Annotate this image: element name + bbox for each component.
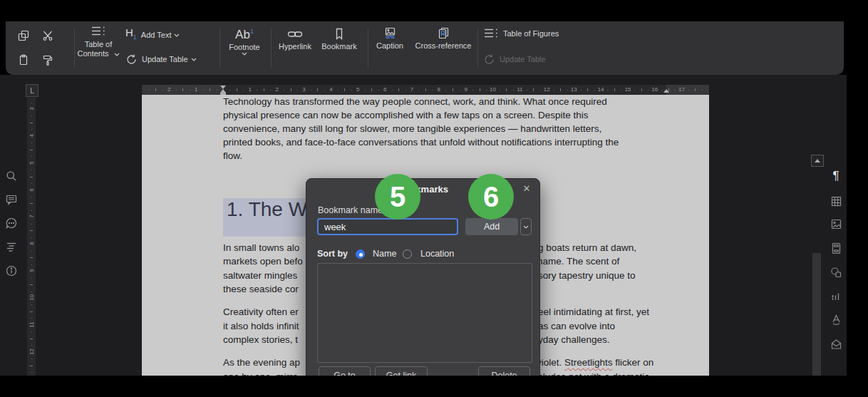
toolbar-divider (219, 29, 220, 68)
add-button[interactable]: Add (465, 218, 518, 235)
copy-icon (18, 30, 29, 41)
cross-reference-icon (438, 27, 450, 39)
ruler-number: 11 (28, 320, 36, 329)
chat-button[interactable] (3, 215, 20, 232)
paragraph-line[interactable]: it also holds infinit (223, 319, 299, 333)
sort-name-label[interactable]: Name (373, 249, 396, 259)
ruler-number: 5 (28, 158, 36, 167)
toolbar-divider (271, 29, 272, 68)
table-settings-tab[interactable] (827, 192, 845, 210)
paragraph-line[interactable]: sory tapestry unique to (538, 269, 636, 282)
chart-settings-tab[interactable] (827, 287, 845, 305)
comments-icon (6, 194, 17, 205)
bottom-frame-bar (0, 376, 868, 397)
sort-location-radio[interactable] (403, 249, 412, 259)
bookmark-icon (334, 28, 345, 40)
paragraph-line[interactable]: printed books, and face-to-face conversa… (223, 135, 619, 149)
chevron-down-icon (242, 52, 247, 56)
ruler-number: 6 (28, 185, 36, 194)
toolbar-divider (477, 29, 478, 68)
paragraph-line[interactable]: Creativity often er (223, 305, 299, 319)
ruler-number: 9 (28, 267, 36, 275)
cut-button[interactable] (38, 26, 57, 45)
paragraph-line[interactable]: yday challenges. (538, 333, 610, 346)
paragraph-line[interactable]: In small towns alo (223, 241, 299, 254)
right-margin-band (666, 85, 709, 95)
paste-button[interactable] (14, 51, 33, 69)
paragraph-line[interactable]: saltwater mingles (223, 269, 297, 282)
app-window: Table of Contents H1 Add Text Update Tab… (0, 0, 868, 397)
caption-icon (384, 27, 396, 39)
sort-name-radio[interactable] (356, 249, 365, 259)
toolbar-divider (74, 29, 75, 68)
chevron-down-icon (174, 33, 180, 37)
paragraph-line[interactable]: as can evolve into (538, 319, 615, 333)
vertical-ruler[interactable]: 3456789101112 (27, 98, 36, 376)
bookmark-name-input[interactable] (317, 218, 458, 235)
footnote-button[interactable]: Ab1 Footnote (222, 26, 267, 73)
paragraph-line[interactable]: violet. Streetlights flicker on (537, 356, 653, 369)
paragraph-line[interactable]: cludes not with a dramatic (538, 370, 649, 376)
table-of-contents-icon (91, 25, 106, 38)
paragraph-line[interactable]: these seaside cor (223, 282, 299, 296)
paragraph-line[interactable]: g boats return at dawn, (538, 241, 636, 254)
paragraph-line[interactable]: Technology has transformed the way peopl… (223, 95, 607, 108)
format-painter-button[interactable] (38, 51, 57, 69)
search-button[interactable] (3, 167, 20, 185)
hyperlink-icon (287, 29, 303, 40)
tab-selector-label: L (30, 87, 34, 95)
paragraph-line[interactable]: complex stories, t (223, 333, 298, 346)
image-settings-tab[interactable] (827, 215, 845, 233)
header-footer-settings-tab[interactable] (827, 239, 845, 257)
text-run: violet. (537, 357, 564, 368)
add-text-button[interactable]: H1 Add Text (125, 26, 204, 44)
ruler-number: 12 (28, 347, 36, 356)
chat-icon (6, 217, 17, 229)
copy-button[interactable] (14, 26, 33, 45)
heading-1[interactable]: 1. The W (227, 202, 307, 216)
bookmark-name-label: Bookmark name (318, 205, 383, 215)
sort-location-label[interactable]: Location (420, 249, 454, 259)
hyperlink-button[interactable]: Hyperlink (275, 27, 315, 68)
text-art-settings-tab[interactable] (827, 310, 845, 329)
paragraph-line[interactable]: flow. (223, 149, 242, 163)
paragraph-settings-tab[interactable]: ¶ (827, 167, 845, 185)
about-button[interactable] (3, 262, 20, 279)
scroll-up-button[interactable] (811, 155, 824, 167)
horizontal-ruler[interactable]: 211234567891011121314151617 (142, 85, 709, 95)
paragraph-line[interactable]: As the evening ap (223, 356, 300, 369)
close-icon[interactable]: ✕ (521, 183, 532, 195)
bookmark-button[interactable]: Bookmark (316, 27, 362, 68)
ruler-number: 6 (381, 86, 388, 93)
misspelled-word[interactable]: Streetlights (564, 357, 613, 368)
update-table-button[interactable]: Update Table (125, 50, 218, 68)
ruler-number: 12 (543, 86, 550, 93)
paragraph-line[interactable]: eel intimidating at first, yet (538, 305, 649, 319)
headings-button[interactable] (3, 238, 20, 255)
headings-icon (6, 241, 17, 252)
shape-settings-tab[interactable] (827, 263, 845, 282)
mail-merge-settings-tab[interactable] (827, 335, 845, 354)
ruler-number: 16 (651, 86, 658, 93)
ruler-number: 8 (435, 86, 443, 93)
ruler-number: 11 (516, 86, 523, 93)
paragraph-line[interactable]: convenience, many still long for slower,… (223, 122, 601, 135)
add-dropdown-button[interactable] (520, 218, 532, 235)
bookmarks-list[interactable] (317, 263, 532, 363)
table-of-figures-icon (483, 27, 499, 40)
chevron-down-icon (114, 53, 120, 56)
footnote-ab1-icon: Ab1 (235, 26, 254, 41)
paragraph-line[interactable]: name. The scent of (537, 254, 619, 268)
paragraph-line[interactable]: one by one, mirro (223, 370, 298, 376)
caption-button[interactable]: Caption (371, 27, 409, 68)
image-icon (830, 218, 842, 230)
paragraph-line[interactable]: physical presence can now be accomplishe… (223, 108, 589, 122)
chevron-down-icon (191, 58, 197, 61)
ruler-number: 1 (247, 86, 254, 93)
cross-reference-button[interactable]: Cross-reference (410, 27, 476, 68)
comments-button[interactable] (3, 191, 20, 208)
table-of-figures-button[interactable]: Table of Figures (483, 24, 583, 43)
table-of-contents-button[interactable]: Table of Contents (77, 25, 120, 72)
paragraph-line[interactable]: markets open befo (223, 254, 303, 268)
tab-selector[interactable]: L (26, 84, 38, 97)
